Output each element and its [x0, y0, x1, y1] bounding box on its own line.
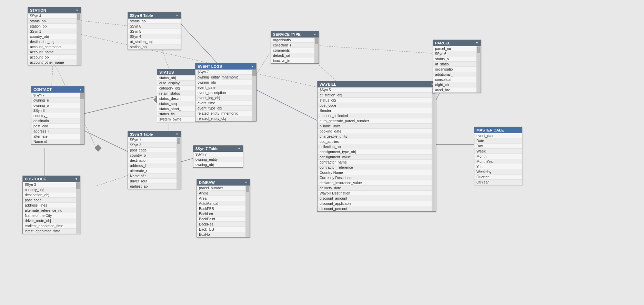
table-row: collection_obj	[318, 144, 432, 149]
syn6table-table: $Syn 6 Table ▼ status_obj $Syn 6 $Syn 5 …	[128, 12, 181, 50]
table-row: account_other_name	[28, 60, 77, 65]
table-row: billable_units	[318, 124, 432, 129]
table-row: declared_insurance_value	[318, 180, 432, 186]
table-row: post_code	[128, 148, 177, 153]
servicetype-table: SERVICE TYPE ▼ organisatio collection_i …	[271, 31, 319, 64]
table-row: Day	[474, 144, 522, 149]
table-row: owning_o	[31, 103, 80, 108]
table-row: AutoManual	[197, 201, 245, 206]
scrollbar[interactable]	[76, 182, 80, 234]
scrollbar[interactable]	[80, 93, 84, 144]
table-row: status_obj	[28, 19, 77, 24]
table-row: status_o	[433, 56, 476, 62]
table-row: organisatio	[271, 38, 314, 43]
waybill-table-header: WAYBILL ▼	[318, 81, 436, 87]
table-row: additional_	[433, 72, 476, 77]
table-row: delivery_date	[318, 186, 432, 191]
scrollbar[interactable]	[252, 70, 256, 121]
table-row: driver_rout	[128, 179, 177, 184]
table-row: collection_i	[271, 43, 314, 48]
scrollbar[interactable]	[177, 137, 181, 189]
table-row: Week	[474, 149, 522, 154]
scrollbar[interactable]	[314, 38, 319, 63]
mastercale-table: MASTER CALE event_date Date Day Week Mon…	[474, 127, 522, 185]
table-row: country_o	[128, 153, 177, 158]
contact-table: CONTACT ▼ $Syn 7 owning_e owning_o $Syn …	[31, 86, 84, 145]
station-table-header: STATION ▼	[28, 7, 81, 13]
scrollbar[interactable]	[476, 46, 481, 93]
table-row: consolidat	[433, 77, 476, 82]
station-table: STATION ▼ $Syn 4 status_obj station_obj …	[28, 7, 81, 65]
table-row: discount_applicable	[318, 201, 432, 206]
table-row: Date	[474, 138, 522, 144]
table-row: $Syn 1	[128, 137, 177, 143]
table-row: $Syn 6	[433, 51, 476, 56]
mastercale-table-header: MASTER CALE	[474, 127, 522, 133]
svg-line-7	[181, 24, 217, 63]
table-row: owning_entity_mnemonic	[195, 75, 252, 80]
table-row: contractor_name	[318, 160, 432, 165]
syn3table-header: $Syn 3 Table ▼	[128, 131, 181, 137]
table-row: at_station_obj	[318, 93, 432, 98]
table-row: event_date	[474, 133, 522, 138]
postcode-table-header: POSTCODE ▼	[23, 176, 80, 182]
scrollbar[interactable]	[432, 87, 436, 211]
table-row: account_name	[28, 50, 77, 55]
table-row: driver_route_obj	[23, 218, 76, 223]
table-row: destination	[128, 158, 177, 163]
table-row: status_obj	[318, 98, 432, 103]
table-row: BackLen	[197, 211, 245, 217]
table-row: MonthYear	[474, 159, 522, 164]
table-row: consignment_type_obj	[318, 149, 432, 155]
dimraw-table: DIMRAW ▼ parcel_number Angle Area AutoMa…	[197, 179, 250, 238]
table-row: $Syn 7	[195, 70, 252, 75]
table-row: $Syn 7	[193, 152, 243, 157]
table-row: BoxNo	[197, 232, 245, 237]
table-row: address_lines	[23, 203, 76, 208]
table-row: BackRes	[197, 222, 245, 227]
svg-line-0	[81, 21, 128, 26]
table-row: related_entity_obj	[195, 116, 252, 121]
table-row: Angle	[197, 191, 245, 196]
svg-line-3	[84, 96, 157, 114]
table-row: country_obj	[28, 34, 77, 39]
table-row: event_date	[195, 85, 252, 90]
table-row: country_	[31, 113, 80, 118]
table-row: Quarter	[474, 175, 522, 180]
table-row: $Syn 4	[28, 13, 77, 19]
table-row: latest_appointed_time	[23, 229, 76, 234]
svg-line-4	[84, 131, 128, 151]
table-row: Currency Description	[318, 175, 432, 180]
table-row: arcel_bre	[433, 87, 476, 93]
postcode-table: POSTCODE ▼ $Syn 3 country_obj destinatio…	[22, 176, 80, 234]
scrollbar[interactable]	[245, 186, 250, 237]
table-row: $Syn 3	[31, 108, 80, 113]
scrollbar[interactable]	[77, 13, 81, 65]
table-row: Country Name	[318, 170, 432, 175]
table-row: BackPoint	[197, 217, 245, 222]
table-row: Weekday	[474, 169, 522, 175]
table-row: Waybill Destination	[318, 191, 432, 196]
table-row: related_entity_mnemonic	[195, 111, 252, 116]
table-row: $Syn 7	[31, 93, 80, 98]
table-row: discount_percent	[318, 206, 432, 211]
table-row: at_statio	[433, 62, 476, 67]
table-row: QtrYear	[474, 180, 522, 185]
table-row: event_description	[195, 90, 252, 95]
svg-line-11	[255, 90, 317, 120]
table-row: contractor_reference	[318, 165, 432, 170]
diagram-canvas: STATION ▼ $Syn 4 status_obj station_obj …	[0, 0, 644, 305]
table-row: station_obj	[128, 44, 181, 50]
table-row: post_code	[318, 103, 432, 108]
waybill-table: WAYBILL ▼ $Syn 5 at_station_obj status_o…	[317, 81, 436, 212]
table-row: $Syn 5	[318, 87, 432, 93]
dimraw-table-header: DIMRAW ▼	[197, 179, 250, 186]
table-row: discount_amount	[318, 196, 432, 201]
syn3table-table: $Syn 3 Table ▼ $Syn 1 $Syn 3 post_code c…	[128, 131, 181, 189]
table-row: Area	[197, 196, 245, 201]
table-row: auto_generate_parcel_number	[318, 118, 432, 124]
table-row: $Syn 3	[128, 143, 177, 148]
table-row: comments	[271, 48, 314, 53]
contact-table-header: CONTACT ▼	[31, 86, 84, 93]
eventlogs-table-header: EVENT LOGS ▼	[195, 63, 256, 70]
